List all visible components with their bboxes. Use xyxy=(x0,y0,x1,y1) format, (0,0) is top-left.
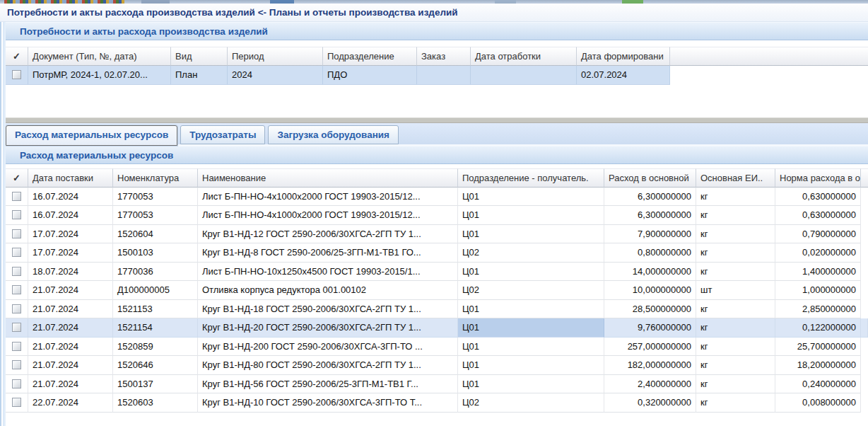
cell-checkbox[interactable] xyxy=(6,243,28,263)
row-checkbox[interactable] xyxy=(12,248,21,257)
cell-period[interactable]: 2024 xyxy=(228,66,323,85)
cell-data-otrabotki[interactable] xyxy=(471,66,577,85)
cell-checkbox[interactable] xyxy=(6,206,28,225)
cell-nomenclature[interactable]: 1520603 xyxy=(113,393,198,413)
cell-rate[interactable]: 18,200000000 xyxy=(775,356,861,375)
cell-unit[interactable]: кг xyxy=(696,375,775,394)
cell-rate[interactable]: 2,850000000 xyxy=(775,300,861,319)
row-checkbox[interactable] xyxy=(12,342,21,351)
cell-consumption[interactable]: 6,300000000 xyxy=(604,188,696,207)
cell-vid[interactable]: План xyxy=(171,66,228,85)
cell-consumption[interactable]: 0,800000000 xyxy=(604,243,696,263)
material-row[interactable]: 21.07.2024 Д100000005 Отливка корпуса ре… xyxy=(6,281,868,300)
cell-checkbox[interactable] xyxy=(6,300,28,319)
cell-unit[interactable]: кг xyxy=(696,338,775,357)
cell-unit[interactable]: шт xyxy=(696,281,775,300)
cell-checkbox[interactable] xyxy=(6,66,28,85)
cell-unit[interactable]: кг xyxy=(696,243,775,263)
cell-nomenclature[interactable]: 1520859 xyxy=(113,338,198,357)
row-checkbox[interactable] xyxy=(12,379,21,388)
cell-delivery-date[interactable]: 21.07.2024 xyxy=(28,300,113,319)
cell-rate[interactable]: 0,630000000 xyxy=(775,206,861,225)
cell-receiver[interactable]: Ц01 xyxy=(458,356,604,375)
cell-unit[interactable]: кг xyxy=(696,225,775,244)
material-row[interactable]: 16.07.2024 1770053 Лист Б-ПН-НО-4х1000х2… xyxy=(6,206,868,225)
cell-receiver[interactable]: Ц01 xyxy=(458,225,604,244)
material-row[interactable]: 21.07.2024 1520646 Круг В1-НД-80 ГОСТ 25… xyxy=(6,356,868,375)
cell-checkbox[interactable] xyxy=(6,188,28,207)
material-row[interactable]: 21.07.2024 1520859 Круг В1-НД-200 ГОСТ 2… xyxy=(6,338,868,357)
cell-name[interactable]: Круг В1-НД-8 ГОСТ 2590-2006/25-3ГП-М1-ТВ… xyxy=(198,243,458,263)
cell-name[interactable]: Отливка корпуса редуктора 001.00102 xyxy=(198,281,458,300)
cell-consumption[interactable]: 182,000000000 xyxy=(604,356,696,375)
cell-nomenclature[interactable]: 1500137 xyxy=(113,375,198,394)
cell-consumption[interactable]: 10,000000000 xyxy=(604,281,696,300)
cell-checkbox[interactable] xyxy=(6,318,28,338)
cell-rate[interactable]: 1,000000000 xyxy=(775,281,861,300)
cell-zakaz[interactable] xyxy=(417,66,471,85)
row-checkbox[interactable] xyxy=(12,304,21,313)
cell-receiver[interactable]: Ц02 xyxy=(458,281,604,300)
cell-unit[interactable]: кг xyxy=(696,263,775,282)
cell-checkbox[interactable] xyxy=(6,356,28,375)
cell-checkbox[interactable] xyxy=(6,393,28,413)
cell-checkbox[interactable] xyxy=(6,263,28,282)
cell-name[interactable]: Круг В1-НД-20 ГОСТ 2590-2006/30ХГСА-2ГП … xyxy=(198,318,458,338)
cell-consumption[interactable]: 7,900000000 xyxy=(604,225,696,244)
cell-rate[interactable]: 0,630000000 xyxy=(775,188,861,207)
cell-delivery-date[interactable]: 18.07.2024 xyxy=(28,263,113,282)
cell-data-formirovaniya[interactable]: 02.07.2024 xyxy=(577,66,670,85)
cell-delivery-date[interactable]: 22.07.2024 xyxy=(28,393,113,413)
cell-receiver[interactable]: Ц01 xyxy=(458,338,604,357)
column-header-consumption[interactable]: Расход в основной xyxy=(604,168,696,188)
cell-podrazdelenie[interactable]: ПДО xyxy=(323,66,417,85)
column-header-podrazdelenie[interactable]: Подразделение xyxy=(323,47,417,66)
row-checkbox[interactable] xyxy=(12,70,21,79)
cell-rate[interactable]: 0,122000000 xyxy=(775,318,861,338)
material-row[interactable]: 16.07.2024 1770053 Лист Б-ПН-НО-4х1000х2… xyxy=(6,188,868,207)
cell-unit[interactable]: кг xyxy=(696,300,775,319)
cell-nomenclature[interactable]: 1520604 xyxy=(113,225,198,244)
cell-delivery-date[interactable]: 17.07.2024 xyxy=(28,243,113,263)
cell-name[interactable]: Круг В1-НД-12 ГОСТ 2590-2006/30ХГСА-2ГП … xyxy=(198,225,458,244)
cell-consumption[interactable]: 28,500000000 xyxy=(604,300,696,319)
column-header-data-formirovaniya[interactable]: Дата формировани xyxy=(577,47,670,66)
row-checkbox[interactable] xyxy=(12,323,21,332)
column-header-data-otrabotki[interactable]: Дата отработки xyxy=(471,47,577,66)
cell-unit[interactable]: кг xyxy=(696,188,775,207)
cell-unit[interactable]: кг xyxy=(696,393,775,413)
cell-delivery-date[interactable]: 21.07.2024 xyxy=(28,375,113,394)
cell-document[interactable]: ПотрМР, 2024-1, 02.07.20... xyxy=(28,66,171,85)
column-header-document[interactable]: Документ (Тип, №, дата) xyxy=(28,47,171,66)
cell-name[interactable]: Лист Б-ПН-НО-4х1000х2000 ГОСТ 19903-2015… xyxy=(198,206,458,225)
cell-name[interactable]: Круг В1-НД-80 ГОСТ 2590-2006/30ХГСА-2ГП … xyxy=(198,356,458,375)
cell-checkbox[interactable] xyxy=(6,281,28,300)
cell-checkbox[interactable] xyxy=(6,375,28,394)
cell-receiver[interactable]: Ц02 xyxy=(458,393,604,413)
cell-rate[interactable]: 25,700000000 xyxy=(775,338,861,357)
cell-nomenclature[interactable]: 1520646 xyxy=(113,356,198,375)
check-column-header[interactable]: ✓ xyxy=(6,168,28,188)
cell-receiver[interactable]: Ц02 xyxy=(458,243,604,263)
material-row[interactable]: 17.07.2024 1500103 Круг В1-НД-8 ГОСТ 259… xyxy=(6,243,868,263)
material-row[interactable]: 21.07.2024 1521153 Круг В1-НД-18 ГОСТ 25… xyxy=(6,300,868,319)
panel-splitter[interactable] xyxy=(0,117,868,123)
column-header-vid[interactable]: Вид xyxy=(171,47,228,66)
row-checkbox[interactable] xyxy=(12,229,21,238)
cell-unit[interactable]: кг xyxy=(696,206,775,225)
cell-delivery-date[interactable]: 17.07.2024 xyxy=(28,225,113,244)
cell-rate[interactable]: 1,400000000 xyxy=(775,263,861,282)
cell-consumption[interactable]: 14,000000000 xyxy=(604,263,696,282)
cell-delivery-date[interactable]: 16.07.2024 xyxy=(28,188,113,207)
cell-delivery-date[interactable]: 21.07.2024 xyxy=(28,281,113,300)
cell-rate[interactable]: 0,240000000 xyxy=(775,375,861,394)
column-header-unit[interactable]: Основная ЕИ.. xyxy=(696,168,775,188)
cell-delivery-date[interactable]: 16.07.2024 xyxy=(28,206,113,225)
column-header-period[interactable]: Период xyxy=(228,47,323,66)
column-header-nomenclature[interactable]: Номенклатура xyxy=(113,168,198,188)
cell-consumption[interactable]: 9,760000000 xyxy=(604,318,696,338)
cell-checkbox[interactable] xyxy=(6,225,28,244)
cell-name[interactable]: Круг В1-НД-18 ГОСТ 2590-2006/30ХГСА-2ГП … xyxy=(198,300,458,319)
column-header-delivery-date[interactable]: Дата поставки xyxy=(28,168,113,188)
tab-equipment-load[interactable]: Загрузка оборудования xyxy=(268,125,399,144)
